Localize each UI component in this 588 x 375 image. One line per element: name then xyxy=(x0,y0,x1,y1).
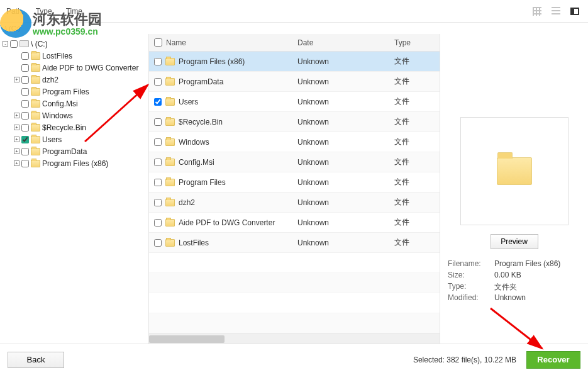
tab-type[interactable]: Type xyxy=(36,7,52,16)
table-row[interactable]: $Recycle.BinUnknown文件 xyxy=(149,112,440,132)
view-grid-icon[interactable] xyxy=(533,7,541,16)
row-date: Unknown xyxy=(294,77,391,86)
folder-icon xyxy=(31,136,40,143)
file-grid: Name Date Type Program Files (x86)Unknow… xyxy=(149,34,440,344)
tree-item[interactable]: +Windows xyxy=(3,109,146,121)
row-type: 文件 xyxy=(391,56,440,67)
tree-checkbox[interactable] xyxy=(21,52,29,60)
expander-icon[interactable]: + xyxy=(14,148,19,154)
row-checkbox[interactable] xyxy=(154,58,162,65)
row-type: 文件 xyxy=(391,137,440,147)
table-row[interactable]: Program Files (x86)Unknown文件 xyxy=(149,52,440,72)
tree-checkbox[interactable] xyxy=(21,76,29,84)
row-name: ProgramData xyxy=(179,77,223,86)
tree-checkbox[interactable] xyxy=(21,64,29,72)
table-row[interactable]: ProgramDataUnknown文件 xyxy=(149,72,440,92)
row-type: 文件 xyxy=(391,237,440,248)
tree-checkbox[interactable] xyxy=(21,148,29,155)
tree-checkbox[interactable] xyxy=(21,160,29,167)
table-row[interactable]: UsersUnknown文件 xyxy=(149,92,440,112)
horizontal-scrollbar[interactable] xyxy=(149,333,440,344)
expander-icon[interactable]: + xyxy=(14,125,19,130)
row-checkbox[interactable] xyxy=(154,98,162,106)
table-row-empty xyxy=(149,293,440,313)
expander-icon[interactable]: + xyxy=(14,160,19,166)
meta-value: 文件夹 xyxy=(494,282,517,293)
tab-time[interactable]: Time xyxy=(66,7,82,16)
expander-icon[interactable]: + xyxy=(14,77,19,82)
folder-icon xyxy=(165,159,175,166)
table-row[interactable]: dzh2Unknown文件 xyxy=(149,193,440,213)
tree-checkbox[interactable] xyxy=(10,40,18,48)
top-toolbar: Path Type Time xyxy=(0,0,588,23)
tree-item[interactable]: +$Recycle.Bin xyxy=(3,121,146,133)
back-button[interactable]: Back xyxy=(8,352,64,368)
tree-checkbox[interactable] xyxy=(21,100,29,108)
col-name[interactable]: Name xyxy=(166,38,186,47)
folder-icon xyxy=(31,76,40,84)
expander-icon[interactable]: - xyxy=(3,41,8,47)
tree-label: ProgramData xyxy=(42,147,87,156)
col-date[interactable]: Date xyxy=(294,38,391,47)
tree-item[interactable]: +dzh2 xyxy=(3,74,146,86)
row-checkbox[interactable] xyxy=(154,78,162,86)
tree-checkbox[interactable] xyxy=(21,136,29,143)
row-checkbox[interactable] xyxy=(154,199,162,206)
tree-item[interactable]: +Program Files (x86) xyxy=(3,157,146,169)
tree-item[interactable]: Program Files xyxy=(3,86,146,98)
row-checkbox[interactable] xyxy=(154,159,162,166)
preview-button[interactable]: Preview xyxy=(491,234,538,249)
tab-path[interactable]: Path xyxy=(6,7,22,16)
folder-icon xyxy=(165,98,175,106)
tree-label: Aide PDF to DWG Converter xyxy=(42,64,138,72)
tree-item[interactable]: LostFiles xyxy=(3,50,146,62)
tree-item[interactable]: -\ (C:) xyxy=(3,38,146,50)
tree-label: Users xyxy=(42,135,62,144)
row-date: Unknown xyxy=(294,98,391,106)
row-date: Unknown xyxy=(294,198,391,207)
tree-checkbox[interactable] xyxy=(21,112,29,120)
row-checkbox[interactable] xyxy=(154,179,162,186)
row-checkbox[interactable] xyxy=(154,138,162,146)
tree-label: LostFiles xyxy=(42,52,72,60)
table-row[interactable]: WindowsUnknown文件 xyxy=(149,132,440,152)
tree-label: Windows xyxy=(42,111,73,120)
folder-tree[interactable]: -\ (C:)LostFilesAide PDF to DWG Converte… xyxy=(0,34,149,344)
table-row[interactable]: Config.MsiUnknown文件 xyxy=(149,152,440,172)
header-checkbox[interactable] xyxy=(154,38,162,47)
meta-key: Size: xyxy=(448,271,494,282)
folder-icon xyxy=(31,64,40,72)
recover-button[interactable]: Recover xyxy=(526,351,580,369)
row-type: 文件 xyxy=(391,217,440,228)
expander-icon[interactable]: + xyxy=(14,137,19,142)
table-row[interactable]: Program FilesUnknown文件 xyxy=(149,172,440,193)
tree-item[interactable]: Config.Msi xyxy=(3,98,146,109)
selection-status: Selected: 382 file(s), 10.22 MB xyxy=(413,355,516,364)
col-type[interactable]: Type xyxy=(391,38,440,47)
file-metadata: Filename:Program Files (x86)Size:0.00 KB… xyxy=(448,259,580,305)
row-checkbox[interactable] xyxy=(154,239,162,247)
view-detail-icon[interactable] xyxy=(570,8,579,15)
folder-icon xyxy=(31,160,40,167)
expander-icon xyxy=(14,89,19,94)
tree-item[interactable]: +Users xyxy=(3,133,146,145)
tree-item[interactable]: Aide PDF to DWG Converter xyxy=(3,62,146,74)
row-name: $Recycle.Bin xyxy=(179,118,223,126)
table-row[interactable]: LostFilesUnknown文件 xyxy=(149,233,440,253)
tree-label: \ (C:) xyxy=(31,40,48,48)
tree-item[interactable]: +ProgramData xyxy=(3,145,146,157)
row-checkbox[interactable] xyxy=(154,219,162,227)
expander-icon xyxy=(14,101,19,106)
row-date: Unknown xyxy=(294,57,391,66)
tree-checkbox[interactable] xyxy=(21,88,29,96)
drive-icon xyxy=(19,40,29,47)
expander-icon[interactable]: + xyxy=(14,113,19,118)
table-row[interactable]: Aide PDF to DWG ConverterUnknown文件 xyxy=(149,213,440,233)
folder-icon xyxy=(31,112,40,120)
table-row-empty xyxy=(149,273,440,293)
row-checkbox[interactable] xyxy=(154,118,162,126)
row-date: Unknown xyxy=(294,238,391,247)
tree-label: $Recycle.Bin xyxy=(42,123,86,132)
tree-checkbox[interactable] xyxy=(21,124,29,132)
view-list-icon[interactable] xyxy=(552,7,560,16)
